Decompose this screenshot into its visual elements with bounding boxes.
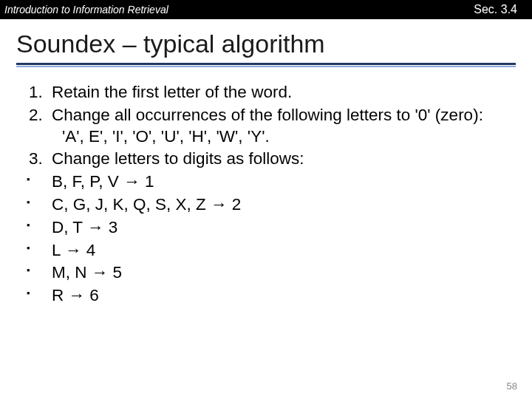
- ordered-steps: Retain the first letter of the word. Cha…: [15, 82, 517, 170]
- step-1: Retain the first letter of the word.: [47, 82, 517, 103]
- slide-title: Soundex – typical algorithm: [16, 30, 516, 58]
- mapping-3: D, T → 3: [15, 217, 517, 239]
- section-label: Sec. 3.4: [474, 3, 532, 16]
- step-2-text: Change all occurrences of the following …: [52, 106, 483, 124]
- page-number: 58: [507, 381, 517, 392]
- mapping-list: B, F, P, V → 1 C, G, J, K, Q, S, X, Z → …: [15, 171, 517, 307]
- mapping-2: C, G, J, K, Q, S, X, Z → 2: [15, 194, 517, 216]
- divider-dark: [16, 63, 516, 65]
- content-area: Retain the first letter of the word. Cha…: [0, 72, 532, 307]
- mapping-4: L → 4: [15, 240, 517, 262]
- title-block: Soundex – typical algorithm: [0, 19, 532, 72]
- divider-light: [16, 66, 516, 67]
- header-bar: Introduction to Information Retrieval Se…: [0, 0, 532, 19]
- mapping-6: R → 6: [15, 285, 517, 307]
- mapping-1: B, F, P, V → 1: [15, 171, 517, 193]
- step-3: Change letters to digits as follows:: [47, 149, 517, 170]
- step-2-letters: 'A', E', 'I', 'O', 'U', 'H', 'W', 'Y'.: [52, 126, 517, 148]
- mapping-5: M, N → 5: [15, 262, 517, 284]
- step-2: Change all occurrences of the following …: [47, 105, 517, 148]
- course-title: Introduction to Information Retrieval: [0, 4, 168, 16]
